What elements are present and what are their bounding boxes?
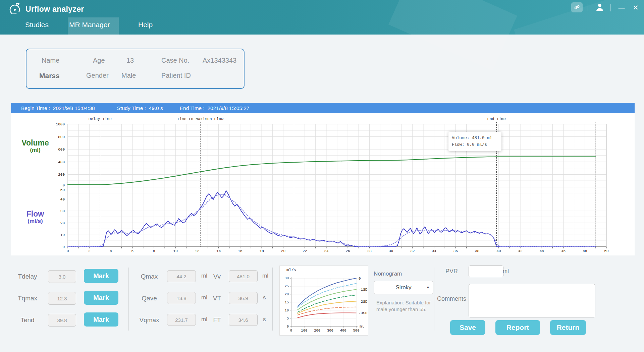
svg-text:0: 0 bbox=[287, 325, 289, 329]
svg-text:400: 400 bbox=[340, 329, 346, 333]
svg-text:50: 50 bbox=[60, 188, 65, 192]
patient-case-label: Case No. bbox=[161, 57, 189, 64]
svg-text:10: 10 bbox=[173, 249, 178, 253]
svg-text:100: 100 bbox=[301, 329, 307, 333]
tqmax-input[interactable] bbox=[48, 292, 76, 305]
svg-text:46: 46 bbox=[561, 249, 566, 253]
svg-text:Delay Time: Delay Time bbox=[89, 117, 112, 121]
tab-mr-manager[interactable]: MR Manager bbox=[69, 21, 110, 29]
patient-info-box: Name Age 13 Case No. Ax1343343 Marss Gen… bbox=[26, 49, 245, 89]
svg-text:6: 6 bbox=[131, 249, 133, 253]
patient-case-value: Ax1343343 bbox=[203, 57, 236, 64]
svg-text:500: 500 bbox=[353, 329, 360, 333]
comments-label: Comments bbox=[437, 295, 466, 302]
ft-input[interactable] bbox=[229, 314, 258, 326]
flow-axis-title: Flow (ml/s) bbox=[15, 210, 55, 225]
svg-text:400: 400 bbox=[58, 160, 65, 164]
svg-text:0: 0 bbox=[62, 245, 65, 249]
link-icon[interactable] bbox=[571, 2, 583, 12]
svg-text:12: 12 bbox=[195, 249, 199, 253]
app-logo-icon bbox=[8, 2, 21, 16]
svg-text:200: 200 bbox=[58, 173, 65, 177]
divider bbox=[128, 268, 129, 331]
tqmax-mark-button[interactable]: Mark bbox=[84, 291, 118, 305]
close-button[interactable]: ✕ bbox=[630, 0, 641, 15]
pvr-unit: ml bbox=[503, 268, 509, 275]
svg-text:20: 20 bbox=[281, 249, 285, 253]
divider bbox=[434, 268, 434, 331]
user-icon[interactable] bbox=[594, 2, 605, 13]
vt-input[interactable] bbox=[229, 292, 258, 304]
study-time-bar: Begin Time : 2021/9/8 15:04:38 Study Tim… bbox=[11, 103, 635, 113]
svg-text:16: 16 bbox=[238, 249, 242, 253]
tab-help[interactable]: Help bbox=[138, 21, 153, 29]
uroflow-chart-panel[interactable]: Volume (ml) Flow (ml/s) 0246810121416182… bbox=[11, 113, 635, 255]
return-button[interactable]: Return bbox=[550, 320, 586, 335]
svg-text:30: 30 bbox=[60, 209, 65, 213]
svg-text:40: 40 bbox=[496, 249, 501, 253]
svg-text:20: 20 bbox=[284, 292, 289, 296]
tend-mark-button[interactable]: Mark bbox=[84, 312, 118, 327]
svg-text:0: 0 bbox=[67, 249, 69, 253]
svg-text:4: 4 bbox=[110, 249, 112, 253]
chevron-down-icon: ▼ bbox=[426, 286, 430, 289]
tend-input[interactable] bbox=[48, 314, 76, 327]
patient-gender-label: Gender bbox=[86, 72, 109, 79]
minimize-button[interactable]: — bbox=[616, 0, 627, 15]
tdelay-mark-button[interactable]: Mark bbox=[84, 269, 118, 283]
patient-age-value: 13 bbox=[126, 57, 134, 64]
vt-label: VT bbox=[209, 295, 225, 302]
svg-text:ml/s: ml/s bbox=[286, 268, 296, 273]
svg-text:36: 36 bbox=[453, 249, 458, 253]
nomogram-explanation: Explanation: Suitable for male younger t… bbox=[376, 299, 433, 313]
vt-unit: s bbox=[263, 294, 266, 301]
report-button[interactable]: Report bbox=[495, 320, 540, 335]
svg-text:10: 10 bbox=[60, 233, 65, 237]
svg-text:26: 26 bbox=[346, 249, 350, 253]
divider bbox=[610, 4, 611, 11]
tdelay-input[interactable] bbox=[48, 270, 76, 283]
qmax-input[interactable] bbox=[167, 270, 196, 282]
save-button[interactable]: Save bbox=[450, 320, 485, 335]
svg-text:15: 15 bbox=[284, 300, 289, 304]
svg-text:20: 20 bbox=[60, 221, 65, 225]
ft-label: FT bbox=[209, 316, 225, 324]
svg-text:28: 28 bbox=[367, 249, 372, 253]
ft-unit: s bbox=[263, 316, 266, 323]
qave-label: Qave bbox=[135, 295, 164, 302]
nomogram-selected-value: Siroky bbox=[395, 284, 411, 291]
svg-text:18: 18 bbox=[260, 249, 264, 253]
svg-text:5: 5 bbox=[287, 316, 289, 320]
pvr-input[interactable] bbox=[469, 266, 503, 277]
nomogram-select[interactable]: Siroky ▼ bbox=[374, 281, 433, 294]
comments-textarea[interactable] bbox=[469, 284, 595, 317]
tdelay-label: Tdelay bbox=[14, 273, 41, 280]
pvr-label: PVR bbox=[445, 268, 458, 275]
cursor-tooltip: Volume: 481.0 ml Flow: 0.0 ml/s bbox=[448, 132, 501, 151]
svg-text:0: 0 bbox=[62, 183, 65, 187]
qmax-label: Qmax bbox=[135, 273, 164, 280]
svg-text:25: 25 bbox=[284, 284, 289, 288]
vqmax-input[interactable] bbox=[167, 314, 196, 326]
header-decoration bbox=[388, 0, 517, 71]
patient-name-label: Name bbox=[42, 57, 59, 64]
qmax-unit: ml bbox=[201, 273, 207, 279]
uroflow-plot[interactable]: 0246810121416182022242628303234363840424… bbox=[11, 113, 635, 255]
qave-input[interactable] bbox=[167, 292, 196, 304]
volume-axis-title: Volume (ml) bbox=[15, 139, 55, 154]
begin-time-value: 2021/9/8 15:04:38 bbox=[53, 105, 95, 111]
tooltip-flow: Flow: 0.0 ml/s bbox=[452, 141, 498, 148]
svg-text:32: 32 bbox=[410, 249, 415, 253]
svg-text:40: 40 bbox=[60, 197, 65, 201]
begin-time-label: Begin Time : bbox=[21, 105, 53, 111]
tab-studies[interactable]: Studies bbox=[25, 21, 49, 29]
svg-text:-3SD: -3SD bbox=[359, 311, 368, 315]
svg-text:10: 10 bbox=[284, 308, 289, 312]
svg-text:8: 8 bbox=[153, 249, 155, 253]
patient-id-label: Patient ID bbox=[161, 72, 191, 79]
svg-text:0: 0 bbox=[359, 277, 361, 281]
svg-text:48: 48 bbox=[583, 249, 587, 253]
svg-text:600: 600 bbox=[58, 148, 65, 152]
svg-text:50: 50 bbox=[604, 249, 608, 253]
vv-input[interactable] bbox=[229, 270, 258, 282]
